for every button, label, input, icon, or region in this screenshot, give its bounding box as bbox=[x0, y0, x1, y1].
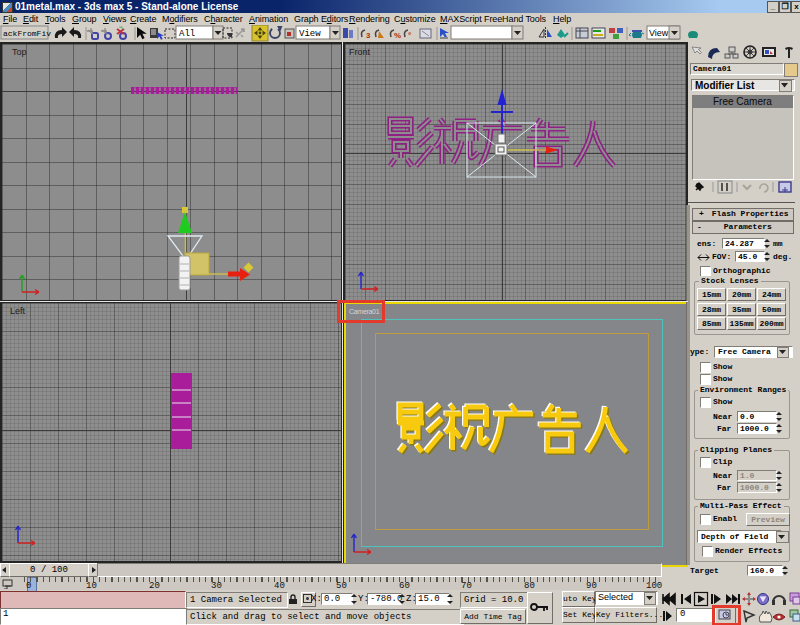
svg-text:°: ° bbox=[408, 31, 411, 40]
svg-text:%: % bbox=[394, 31, 401, 40]
svg-text:All: All bbox=[179, 29, 195, 39]
svg-text:3: 3 bbox=[366, 31, 371, 40]
svg-text:View: View bbox=[299, 29, 321, 39]
svg-text:View: View bbox=[649, 28, 669, 38]
svg-text:ackFromFiv: ackFromFiv bbox=[3, 29, 51, 38]
